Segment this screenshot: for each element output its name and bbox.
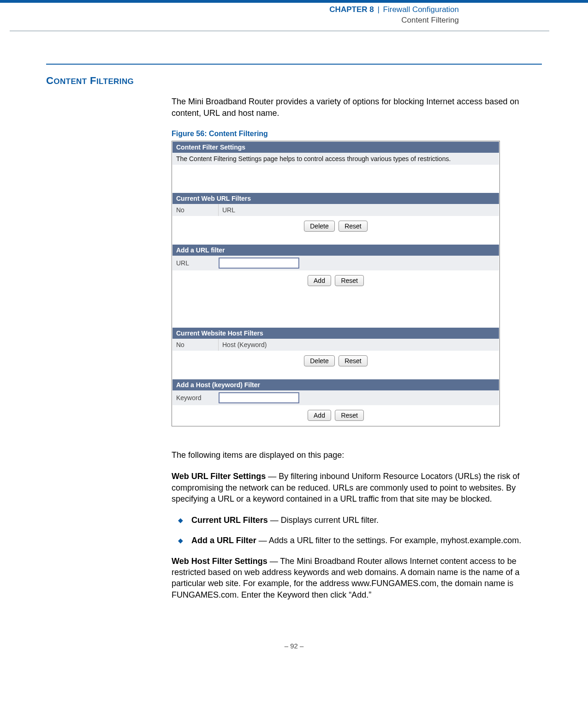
ss-url-table-header: No URL — [172, 204, 499, 216]
chapter-label: CHAPTER 8 — [329, 5, 376, 14]
figure-caption: Figure 56: Content Filtering — [172, 130, 542, 138]
page-header: CHAPTER 8 | Firewall Configuration Conte… — [0, 3, 588, 30]
ss-add-host-buttons: Add Reset — [172, 405, 499, 425]
ss-url-label: URL — [172, 257, 219, 269]
chapter-title: Firewall Configuration — [383, 5, 459, 14]
heading-ontent: ONTENT — [53, 77, 87, 86]
ss-col-no: No — [172, 204, 219, 216]
para2-lead: Web Host Filter Settings — [172, 557, 267, 566]
delete-button-2[interactable]: Delete — [304, 355, 334, 366]
bullet2-lead: Add a URL Filter — [191, 536, 256, 545]
ss-col-url: URL — [219, 204, 499, 216]
ss-add-url-buttons: Add Reset — [172, 270, 499, 291]
keyword-input[interactable] — [219, 392, 299, 403]
reset-button-2[interactable]: Reset — [335, 275, 364, 286]
url-input[interactable] — [219, 258, 299, 269]
bullet1-body: — Displays current URL filter. — [268, 515, 379, 525]
chapter-rest: HAPTER — [335, 5, 368, 14]
body-block: The Mini Broadband Router provides a var… — [172, 96, 542, 600]
reset-button-3[interactable]: Reset — [339, 355, 368, 366]
ss-keyword-form-row: Keyword — [172, 390, 499, 405]
ss-add-host-title: Add a Host (keyword) Filter — [172, 379, 499, 390]
separator: | — [376, 5, 380, 14]
ss-url-buttons: Delete Reset — [172, 216, 499, 236]
ss-keyword-label: Keyword — [172, 392, 219, 404]
add-button[interactable]: Add — [308, 275, 331, 286]
section-breadcrumb: Content Filtering — [0, 15, 459, 26]
web-url-filter-paragraph: Web URL Filter Settings — By filtering i… — [172, 471, 542, 504]
ss-main-title: Content Filter Settings — [172, 142, 499, 153]
ss-add-url-title: Add a URL filter — [172, 245, 499, 256]
embedded-screenshot: Content Filter Settings The Content Filt… — [172, 141, 500, 426]
ss-host-filters-title: Current Website Host Filters — [172, 328, 499, 339]
bullet1-lead: Current URL Filters — [191, 515, 268, 525]
diamond-icon: ◆ — [178, 535, 183, 546]
bullet-current-url: ◆ Current URL Filters — Displays current… — [172, 515, 542, 526]
ss-host-buttons: Delete Reset — [172, 351, 499, 371]
ss-col-no-2: No — [172, 339, 219, 351]
content-area: CONTENT FILTERING The Mini Broadband Rou… — [0, 31, 588, 600]
heading-c: C — [46, 75, 53, 86]
chapter-num: 8 — [368, 5, 374, 14]
para1-lead: Web URL Filter Settings — [172, 472, 266, 481]
web-host-filter-paragraph: Web Host Filter Settings — The Mini Broa… — [172, 556, 542, 600]
section-heading: CONTENT FILTERING — [46, 75, 542, 87]
diamond-icon: ◆ — [178, 515, 183, 526]
add-button-2[interactable]: Add — [308, 410, 331, 421]
heading-iltering: ILTERING — [96, 77, 134, 86]
delete-button[interactable]: Delete — [304, 221, 334, 232]
reset-button[interactable]: Reset — [339, 221, 368, 232]
chapter-c: C — [329, 5, 335, 14]
reset-button-4[interactable]: Reset — [335, 410, 364, 421]
section-divider — [46, 64, 542, 65]
bullet2-body: — Adds a URL filter to the settings. For… — [256, 536, 522, 545]
ss-col-host: Host (Keyword) — [219, 339, 499, 351]
bullet-add-url: ◆ Add a URL Filter — Adds a URL filter t… — [172, 535, 542, 546]
page-number: – 92 – — [0, 611, 588, 659]
ss-main-desc: The Content Filtering Settings page help… — [172, 153, 499, 165]
heading-f: F — [87, 75, 96, 86]
followup-paragraph: The following items are displayed on thi… — [172, 449, 542, 461]
intro-paragraph: The Mini Broadband Router provides a var… — [172, 96, 542, 119]
ss-url-form-row: URL — [172, 256, 499, 270]
ss-url-filters-title: Current Web URL Filters — [172, 193, 499, 204]
ss-host-table-header: No Host (Keyword) — [172, 339, 499, 351]
